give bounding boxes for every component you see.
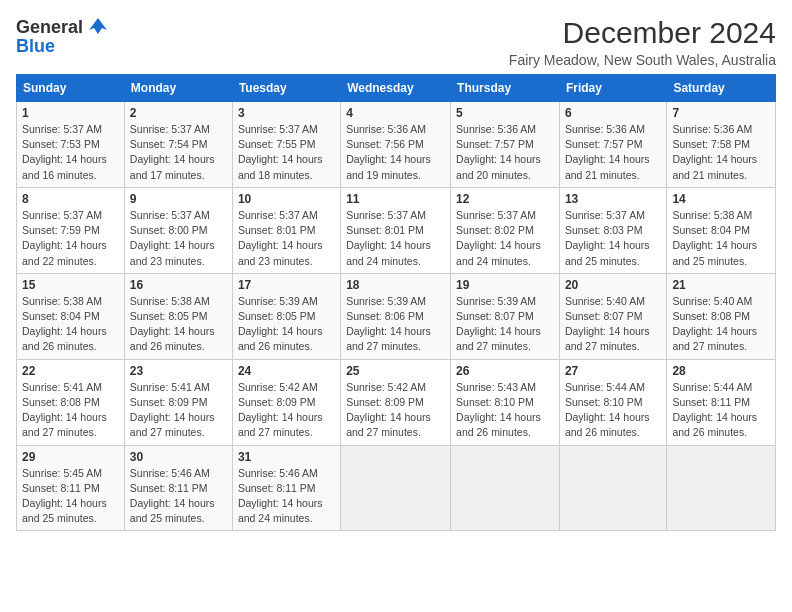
calendar-day-cell: 23Sunrise: 5:41 AMSunset: 8:09 PMDayligh… [124,359,232,445]
location-title: Fairy Meadow, New South Wales, Australia [509,52,776,68]
calendar-day-cell: 30Sunrise: 5:46 AMSunset: 8:11 PMDayligh… [124,445,232,531]
day-info: Sunrise: 5:39 AMSunset: 8:05 PMDaylight:… [238,294,335,355]
day-number: 22 [22,364,119,378]
day-of-week-header: Sunday [17,75,125,102]
day-info: Sunrise: 5:37 AMSunset: 7:53 PMDaylight:… [22,122,119,183]
day-info: Sunrise: 5:38 AMSunset: 8:04 PMDaylight:… [672,208,770,269]
day-info: Sunrise: 5:38 AMSunset: 8:05 PMDaylight:… [130,294,227,355]
day-number: 13 [565,192,661,206]
calendar-day-cell: 10Sunrise: 5:37 AMSunset: 8:01 PMDayligh… [232,187,340,273]
calendar-day-cell: 27Sunrise: 5:44 AMSunset: 8:10 PMDayligh… [559,359,666,445]
day-info: Sunrise: 5:39 AMSunset: 8:06 PMDaylight:… [346,294,445,355]
calendar-day-cell: 2Sunrise: 5:37 AMSunset: 7:54 PMDaylight… [124,102,232,188]
day-info: Sunrise: 5:42 AMSunset: 8:09 PMDaylight:… [346,380,445,441]
day-info: Sunrise: 5:36 AMSunset: 7:57 PMDaylight:… [456,122,554,183]
day-number: 16 [130,278,227,292]
day-number: 10 [238,192,335,206]
calendar-day-cell: 14Sunrise: 5:38 AMSunset: 8:04 PMDayligh… [667,187,776,273]
calendar-table: SundayMondayTuesdayWednesdayThursdayFrid… [16,74,776,531]
day-info: Sunrise: 5:37 AMSunset: 7:54 PMDaylight:… [130,122,227,183]
calendar-day-cell: 19Sunrise: 5:39 AMSunset: 8:07 PMDayligh… [451,273,560,359]
calendar-day-cell: 12Sunrise: 5:37 AMSunset: 8:02 PMDayligh… [451,187,560,273]
calendar-day-cell: 29Sunrise: 5:45 AMSunset: 8:11 PMDayligh… [17,445,125,531]
calendar-day-cell: 25Sunrise: 5:42 AMSunset: 8:09 PMDayligh… [341,359,451,445]
day-number: 6 [565,106,661,120]
calendar-day-cell: 17Sunrise: 5:39 AMSunset: 8:05 PMDayligh… [232,273,340,359]
svg-marker-0 [89,18,107,34]
day-of-week-header: Wednesday [341,75,451,102]
day-number: 24 [238,364,335,378]
day-number: 29 [22,450,119,464]
day-number: 28 [672,364,770,378]
logo: General Blue [16,16,109,57]
day-info: Sunrise: 5:38 AMSunset: 8:04 PMDaylight:… [22,294,119,355]
day-number: 1 [22,106,119,120]
logo-general-text: General [16,17,83,38]
day-number: 12 [456,192,554,206]
calendar-day-cell [667,445,776,531]
calendar-day-cell: 11Sunrise: 5:37 AMSunset: 8:01 PMDayligh… [341,187,451,273]
day-info: Sunrise: 5:40 AMSunset: 8:07 PMDaylight:… [565,294,661,355]
calendar-week-row: 22Sunrise: 5:41 AMSunset: 8:08 PMDayligh… [17,359,776,445]
day-number: 20 [565,278,661,292]
day-info: Sunrise: 5:39 AMSunset: 8:07 PMDaylight:… [456,294,554,355]
day-info: Sunrise: 5:41 AMSunset: 8:08 PMDaylight:… [22,380,119,441]
day-number: 25 [346,364,445,378]
calendar-day-cell: 13Sunrise: 5:37 AMSunset: 8:03 PMDayligh… [559,187,666,273]
day-number: 11 [346,192,445,206]
calendar-day-cell: 28Sunrise: 5:44 AMSunset: 8:11 PMDayligh… [667,359,776,445]
day-of-week-header: Saturday [667,75,776,102]
header: General Blue December 2024 Fairy Meadow,… [16,16,776,68]
day-number: 15 [22,278,119,292]
day-number: 18 [346,278,445,292]
day-info: Sunrise: 5:44 AMSunset: 8:10 PMDaylight:… [565,380,661,441]
day-info: Sunrise: 5:46 AMSunset: 8:11 PMDaylight:… [238,466,335,527]
day-number: 2 [130,106,227,120]
day-info: Sunrise: 5:37 AMSunset: 7:55 PMDaylight:… [238,122,335,183]
day-info: Sunrise: 5:42 AMSunset: 8:09 PMDaylight:… [238,380,335,441]
calendar-day-cell: 16Sunrise: 5:38 AMSunset: 8:05 PMDayligh… [124,273,232,359]
day-info: Sunrise: 5:37 AMSunset: 8:01 PMDaylight:… [346,208,445,269]
day-info: Sunrise: 5:37 AMSunset: 7:59 PMDaylight:… [22,208,119,269]
calendar-day-cell: 3Sunrise: 5:37 AMSunset: 7:55 PMDaylight… [232,102,340,188]
day-number: 4 [346,106,445,120]
calendar-day-cell: 18Sunrise: 5:39 AMSunset: 8:06 PMDayligh… [341,273,451,359]
day-number: 27 [565,364,661,378]
calendar-day-cell [451,445,560,531]
calendar-day-cell: 7Sunrise: 5:36 AMSunset: 7:58 PMDaylight… [667,102,776,188]
day-of-week-header: Tuesday [232,75,340,102]
day-number: 26 [456,364,554,378]
calendar-week-row: 1Sunrise: 5:37 AMSunset: 7:53 PMDaylight… [17,102,776,188]
calendar-day-cell: 6Sunrise: 5:36 AMSunset: 7:57 PMDaylight… [559,102,666,188]
day-info: Sunrise: 5:40 AMSunset: 8:08 PMDaylight:… [672,294,770,355]
calendar-day-cell [559,445,666,531]
calendar-day-cell: 24Sunrise: 5:42 AMSunset: 8:09 PMDayligh… [232,359,340,445]
day-number: 31 [238,450,335,464]
day-info: Sunrise: 5:41 AMSunset: 8:09 PMDaylight:… [130,380,227,441]
calendar-day-cell: 1Sunrise: 5:37 AMSunset: 7:53 PMDaylight… [17,102,125,188]
calendar-day-cell: 5Sunrise: 5:36 AMSunset: 7:57 PMDaylight… [451,102,560,188]
day-number: 3 [238,106,335,120]
day-info: Sunrise: 5:36 AMSunset: 7:56 PMDaylight:… [346,122,445,183]
calendar-week-row: 8Sunrise: 5:37 AMSunset: 7:59 PMDaylight… [17,187,776,273]
logo-bird-icon [87,16,109,38]
day-info: Sunrise: 5:37 AMSunset: 8:02 PMDaylight:… [456,208,554,269]
logo-blue-text: Blue [16,36,55,57]
calendar-day-cell: 20Sunrise: 5:40 AMSunset: 8:07 PMDayligh… [559,273,666,359]
day-number: 5 [456,106,554,120]
day-info: Sunrise: 5:45 AMSunset: 8:11 PMDaylight:… [22,466,119,527]
calendar-day-cell: 26Sunrise: 5:43 AMSunset: 8:10 PMDayligh… [451,359,560,445]
day-info: Sunrise: 5:36 AMSunset: 7:58 PMDaylight:… [672,122,770,183]
day-of-week-header: Monday [124,75,232,102]
title-area: December 2024 Fairy Meadow, New South Wa… [509,16,776,68]
calendar-day-cell: 22Sunrise: 5:41 AMSunset: 8:08 PMDayligh… [17,359,125,445]
day-info: Sunrise: 5:46 AMSunset: 8:11 PMDaylight:… [130,466,227,527]
day-info: Sunrise: 5:36 AMSunset: 7:57 PMDaylight:… [565,122,661,183]
calendar-day-cell: 8Sunrise: 5:37 AMSunset: 7:59 PMDaylight… [17,187,125,273]
calendar-week-row: 15Sunrise: 5:38 AMSunset: 8:04 PMDayligh… [17,273,776,359]
day-info: Sunrise: 5:37 AMSunset: 8:03 PMDaylight:… [565,208,661,269]
calendar-day-cell: 9Sunrise: 5:37 AMSunset: 8:00 PMDaylight… [124,187,232,273]
calendar-week-row: 29Sunrise: 5:45 AMSunset: 8:11 PMDayligh… [17,445,776,531]
month-title: December 2024 [509,16,776,50]
day-info: Sunrise: 5:43 AMSunset: 8:10 PMDaylight:… [456,380,554,441]
